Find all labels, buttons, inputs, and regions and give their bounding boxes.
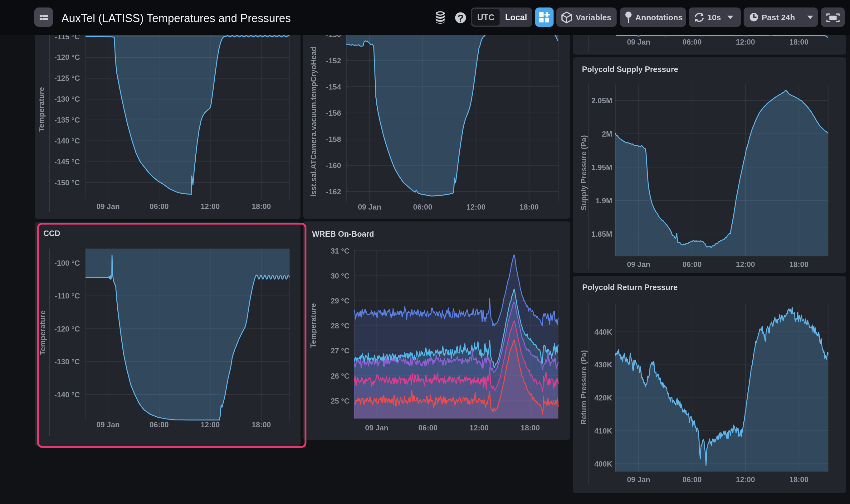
- svg-text:09 Jan: 09 Jan: [627, 475, 650, 484]
- svg-text:2.05M: 2.05M: [591, 96, 612, 105]
- svg-text:Local: Local: [505, 13, 527, 22]
- svg-text:12:00: 12:00: [736, 475, 755, 484]
- svg-text:-158: -158: [326, 135, 341, 143]
- svg-text:06:00: 06:00: [683, 260, 702, 269]
- svg-text:Supply Pressure (Pa): Supply Pressure (Pa): [580, 135, 588, 210]
- svg-text:lsst.sal.ATCamera.vacuum.tempC: lsst.sal.ATCamera.vacuum.tempCryoHead: [309, 47, 318, 197]
- svg-text:18:00: 18:00: [790, 260, 809, 269]
- svg-text:-152: -152: [326, 56, 341, 65]
- svg-text:Temperature: Temperature: [309, 303, 317, 348]
- svg-text:18:00: 18:00: [790, 475, 809, 484]
- svg-text:09 Jan: 09 Jan: [96, 202, 120, 211]
- svg-text:-150 °C: -150 °C: [54, 178, 80, 187]
- svg-text:WREB On-Board: WREB On-Board: [312, 230, 374, 238]
- svg-text:18:00: 18:00: [790, 38, 809, 46]
- svg-text:-120 °C: -120 °C: [54, 53, 80, 61]
- svg-text:18:00: 18:00: [252, 202, 271, 211]
- svg-text:-154: -154: [326, 83, 341, 91]
- svg-text:06:00: 06:00: [683, 475, 702, 484]
- svg-text:2M: 2M: [602, 130, 612, 138]
- svg-text:UTC: UTC: [477, 13, 495, 22]
- svg-text:440K: 440K: [595, 328, 613, 336]
- svg-text:Variables: Variables: [576, 13, 611, 22]
- svg-text:-135 °C: -135 °C: [54, 116, 80, 124]
- svg-text:28 °C: 28 °C: [331, 322, 350, 330]
- svg-text:400K: 400K: [595, 460, 613, 468]
- svg-text:27 °C: 27 °C: [331, 346, 350, 355]
- svg-text:-125 °C: -125 °C: [54, 74, 80, 82]
- svg-text:18:00: 18:00: [521, 424, 540, 432]
- svg-text:10s: 10s: [707, 13, 721, 22]
- svg-text:12:00: 12:00: [201, 202, 220, 211]
- svg-text:12:00: 12:00: [470, 424, 489, 432]
- svg-text:31 °C: 31 °C: [331, 247, 350, 255]
- svg-text:-160: -160: [326, 161, 341, 170]
- svg-text:-145 °C: -145 °C: [54, 158, 80, 166]
- svg-text:-130 °C: -130 °C: [54, 95, 80, 103]
- svg-text:09 Jan: 09 Jan: [358, 203, 381, 211]
- svg-text:Polycold Supply Pressure: Polycold Supply Pressure: [582, 65, 678, 74]
- svg-text:30 °C: 30 °C: [331, 272, 350, 280]
- svg-text:26 °C: 26 °C: [331, 372, 350, 380]
- svg-text:06:00: 06:00: [413, 203, 432, 211]
- svg-text:09 Jan: 09 Jan: [627, 38, 650, 46]
- svg-text:06:00: 06:00: [419, 424, 438, 432]
- svg-text:1.85M: 1.85M: [591, 230, 612, 238]
- svg-text:?: ?: [458, 13, 464, 24]
- svg-text:Polycold Return Pressure: Polycold Return Pressure: [582, 283, 678, 292]
- svg-text:06:00: 06:00: [683, 38, 702, 46]
- svg-text:Annotations: Annotations: [635, 13, 683, 22]
- svg-text:18:00: 18:00: [519, 203, 538, 211]
- svg-text:Temperature: Temperature: [37, 87, 46, 132]
- svg-text:-140 °C: -140 °C: [54, 137, 80, 145]
- svg-text:29 °C: 29 °C: [331, 296, 350, 305]
- svg-text:420K: 420K: [595, 394, 613, 402]
- svg-text:1.9M: 1.9M: [596, 197, 612, 205]
- svg-text:430K: 430K: [595, 361, 613, 369]
- svg-text:09 Jan: 09 Jan: [627, 260, 650, 269]
- svg-text:09 Jan: 09 Jan: [365, 424, 389, 432]
- svg-text:-156: -156: [326, 109, 341, 117]
- svg-text:12:00: 12:00: [466, 203, 485, 211]
- svg-text:410K: 410K: [595, 427, 613, 435]
- svg-text:Return Pressure (Pa): Return Pressure (Pa): [580, 350, 588, 425]
- svg-text:Past 24h: Past 24h: [762, 13, 795, 22]
- svg-text:06:00: 06:00: [149, 202, 169, 211]
- svg-text:12:00: 12:00: [736, 38, 755, 46]
- svg-text:-162: -162: [326, 187, 341, 196]
- svg-text:12:00: 12:00: [736, 260, 755, 269]
- svg-text:25 °C: 25 °C: [331, 397, 350, 405]
- svg-text:AuxTel (LATISS) Temperatures a: AuxTel (LATISS) Temperatures and Pressur…: [61, 12, 291, 25]
- svg-text:1.95M: 1.95M: [591, 163, 612, 172]
